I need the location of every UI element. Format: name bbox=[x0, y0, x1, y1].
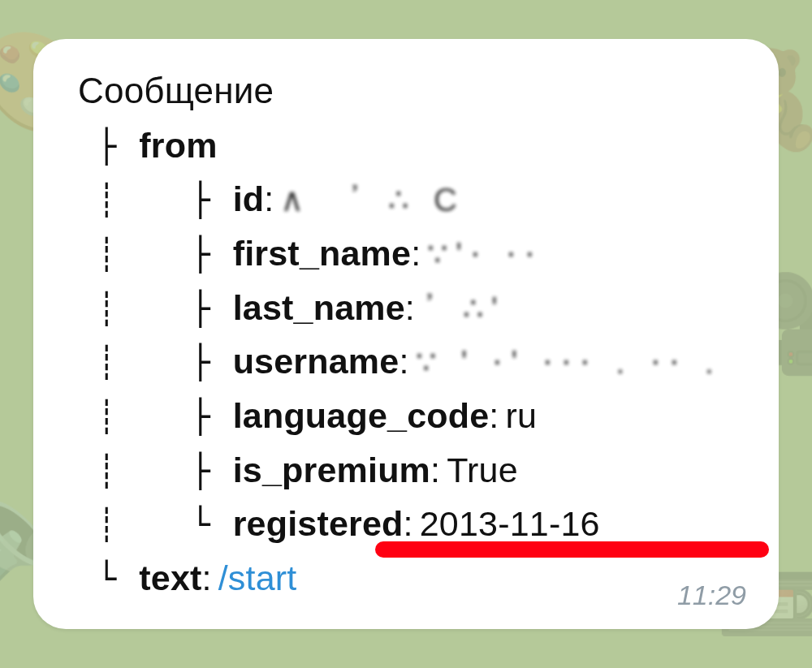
tree-branch-icon: ┊ ├ bbox=[78, 446, 228, 496]
tree-branch-icon: ┊ ├ bbox=[78, 391, 228, 442]
field-value-username-redacted: ∵ ' ⋅' ⋅⋅⋅ . ⋅⋅ . bbox=[416, 337, 722, 387]
field-value-id-redacted: ∧ ᾽ ∴ C bbox=[280, 175, 464, 225]
field-key-first-name: first_name bbox=[233, 226, 411, 281]
message-bubble: Сообщение ├ from ┊ ├ id: ∧ ᾽ ∴ C ┊ ├ fir… bbox=[33, 39, 779, 630]
tree-branch-icon: ┊ ├ bbox=[78, 175, 228, 225]
field-key-text: text bbox=[139, 551, 201, 606]
tree-branch-icon: ├ bbox=[78, 121, 134, 171]
from-label: from bbox=[139, 119, 217, 173]
field-value-first-name-redacted: ∵'⋅ ⋅⋅ bbox=[427, 229, 543, 279]
field-key-last-name: last_name bbox=[233, 281, 405, 335]
field-key-language-code: language_code bbox=[233, 389, 490, 443]
tree-branch-icon: ┊ ├ bbox=[78, 283, 228, 334]
message-root: Сообщение bbox=[78, 63, 274, 119]
field-value-language-code: ru bbox=[505, 389, 537, 443]
tree-branch-icon: ┊ ├ bbox=[78, 337, 228, 387]
field-value-is-premium: True bbox=[447, 443, 518, 498]
tree-branch-end-icon: └ bbox=[78, 554, 134, 604]
tree-branch-icon: ┊ ├ bbox=[78, 229, 228, 279]
field-key-id: id bbox=[233, 172, 265, 226]
field-value-last-name-redacted: ᾽ ∴' bbox=[421, 283, 506, 334]
tree-branch-end-icon: ┊ └ bbox=[78, 499, 228, 549]
field-key-username: username bbox=[233, 334, 400, 389]
field-value-text-command[interactable]: /start bbox=[218, 551, 297, 606]
field-key-is-premium: is_premium bbox=[233, 443, 430, 498]
message-timestamp: 11:29 bbox=[677, 580, 746, 611]
